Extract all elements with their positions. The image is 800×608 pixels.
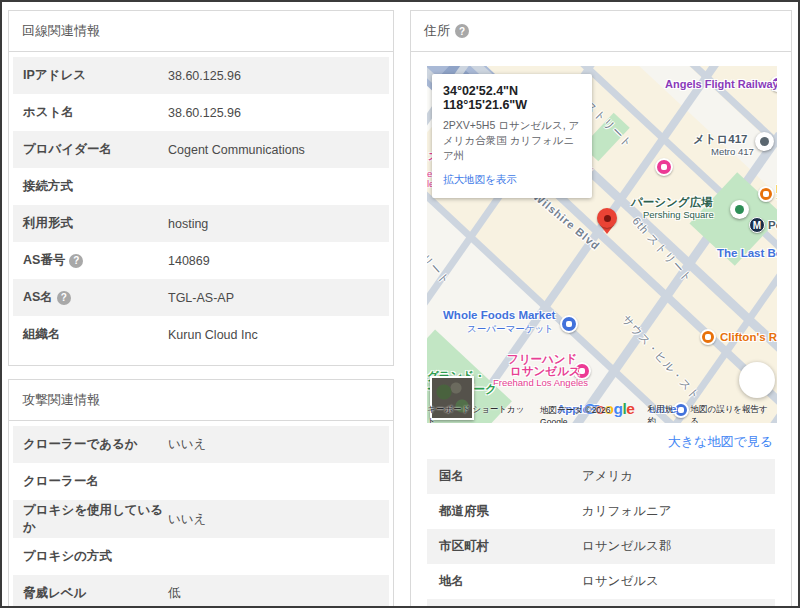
panel-line-info-body: IPアドレス 38.60.125.96 ホスト名 38.60.125.96 プロ… bbox=[9, 52, 393, 365]
row-label: AS名? bbox=[23, 289, 168, 306]
restaurant-icon[interactable] bbox=[758, 186, 774, 202]
address-table: 国名 アメリカ 都道府県 カリフォルニア 市区町村 ロサンゼルス郡 地名 ロサン… bbox=[427, 459, 775, 608]
table-row-extra bbox=[427, 599, 775, 608]
right-column: 住所 ? bbox=[410, 10, 792, 608]
grocery-icon[interactable] bbox=[560, 315, 578, 333]
table-row-uses-proxy: プロキシを使用しているか いいえ bbox=[13, 500, 389, 538]
google-map-embed[interactable]: 5th ストリート トリート Wilshire Blvd 6th ストリート サ… bbox=[427, 66, 777, 423]
row-label: 地名 bbox=[437, 573, 582, 590]
panel-address-body: 5th ストリート トリート Wilshire Blvd 6th ストリート サ… bbox=[411, 52, 791, 608]
map-poi-metro417-en: Metro 417 bbox=[711, 146, 754, 157]
park-icon[interactable] bbox=[730, 200, 749, 219]
view-larger-map-link[interactable]: 拡大地図を表示 bbox=[443, 173, 517, 187]
table-row-place: 地名 ロサンゼルス bbox=[427, 564, 775, 599]
map-poi-pershing-station: Persh bbox=[768, 219, 777, 231]
map-poi-whole-foods: Whole Foods Market bbox=[443, 309, 555, 321]
panel-title: 攻撃関連情報 bbox=[22, 391, 100, 409]
help-icon[interactable]: ? bbox=[69, 254, 83, 268]
panel-address-header: 住所 ? bbox=[411, 11, 791, 52]
map-poi-freehand-en: Freehand Los Angeles bbox=[493, 377, 588, 388]
panel-attack-info: 攻撃関連情報 クローラーであるか いいえ クローラー名 プロキシを使用しているか… bbox=[8, 379, 394, 608]
table-row-organization: 組織名 Kurun Cloud Inc bbox=[13, 316, 389, 353]
bar-icon[interactable] bbox=[700, 329, 716, 345]
map-poi-perch-sub: フラ bbox=[776, 195, 777, 210]
table-row-crawler-name: クローラー名 bbox=[13, 463, 389, 500]
hotel-icon[interactable] bbox=[655, 158, 673, 176]
row-value: TGL-AS-AP bbox=[168, 291, 234, 305]
table-row-city: 市区町村 ロサンゼルス郡 bbox=[427, 529, 775, 564]
row-value: Cogent Communications bbox=[168, 143, 305, 157]
table-row-provider: プロバイダー名 Cogent Communications bbox=[13, 131, 389, 168]
row-label: 都道府県 bbox=[437, 503, 582, 520]
map-attribution-bar: キーボード ショートカット 地図データ ©2026 Google 利用規約 地図… bbox=[427, 408, 777, 423]
metro-station-icon[interactable]: M bbox=[749, 217, 765, 233]
map-data-copyright: 地図データ ©2026 Google bbox=[540, 405, 637, 424]
keyboard-shortcuts-link[interactable]: キーボード ショートカット bbox=[427, 404, 530, 424]
map-poi-metro417-jp: メトロ417 bbox=[693, 132, 748, 147]
panel-line-info: 回線関連情報 IPアドレス 38.60.125.96 ホスト名 38.60.12… bbox=[8, 10, 394, 366]
row-value: カリフォルニア bbox=[582, 503, 672, 520]
panel-address: 住所 ? bbox=[410, 10, 792, 608]
table-row-usage-type: 利用形式 hosting bbox=[13, 205, 389, 242]
row-value: 140869 bbox=[168, 254, 210, 268]
table-row-country: 国名 アメリカ bbox=[427, 459, 775, 494]
panel-attack-info-body: クローラーであるか いいえ クローラー名 プロキシを使用しているか いいえ プロ… bbox=[9, 421, 393, 608]
map-poi-perch: Per bbox=[776, 183, 777, 195]
map-poi-angels-flight: Angels Flight Railway bbox=[665, 78, 777, 90]
row-label: AS番号? bbox=[23, 252, 168, 269]
row-label: クローラー名 bbox=[23, 473, 168, 490]
terms-link[interactable]: 利用規約 bbox=[647, 404, 680, 424]
row-label: プロキシの方式 bbox=[23, 548, 168, 565]
row-label: プロキシを使用しているか bbox=[23, 502, 168, 536]
row-value: ロサンゼルス bbox=[582, 573, 659, 590]
row-value: Kurun Cloud Inc bbox=[168, 328, 258, 342]
table-row-state: 都道府県 カリフォルニア bbox=[427, 494, 775, 529]
map-poi-cliftons: Clifton's Repub bbox=[720, 331, 777, 343]
row-label: 組織名 bbox=[23, 326, 168, 343]
map-poi-whole-foods-sub: スーパーマーケット bbox=[467, 323, 554, 336]
map-link-row: 大きな地図で見る bbox=[427, 423, 775, 459]
panel-line-info-header: 回線関連情報 bbox=[9, 11, 393, 52]
row-label: ホスト名 bbox=[23, 104, 168, 121]
map-poi-last-bookstore: The Last Bookst bbox=[717, 247, 777, 259]
row-label: 接続方式 bbox=[23, 178, 168, 195]
table-row-connection-type: 接続方式 bbox=[13, 168, 389, 205]
table-row-hostname: ホスト名 38.60.125.96 bbox=[13, 94, 389, 131]
row-label: クローラーであるか bbox=[23, 436, 168, 453]
table-row-is-crawler: クローラーであるか いいえ bbox=[13, 426, 389, 463]
row-label: 市区町村 bbox=[437, 538, 582, 555]
table-row-threat-level: 脅威レベル 低 bbox=[13, 575, 389, 608]
table-row-as-name: AS名? TGL-AS-AP bbox=[13, 279, 389, 316]
row-value: hosting bbox=[168, 217, 208, 231]
panel-title: 回線関連情報 bbox=[22, 22, 100, 40]
map-poi-pershing-en: Pershing Square bbox=[643, 209, 714, 220]
row-value: ロサンゼルス郡 bbox=[582, 538, 671, 555]
view-bigger-map-link[interactable]: 大きな地図で見る bbox=[668, 434, 773, 449]
row-label: 脅威レベル bbox=[23, 585, 168, 602]
report-map-error-link[interactable]: 地図の誤りを報告する bbox=[690, 404, 774, 424]
plus-code-address: 2PXV+5H5 ロサンゼルス, アメリカ合衆国 カリフォルニア州 bbox=[443, 118, 581, 164]
map-pin-icon[interactable] bbox=[596, 208, 618, 241]
row-value: 低 bbox=[168, 585, 181, 602]
row-label: 国名 bbox=[437, 468, 582, 485]
map-poi-pershing-jp: パーシング広場 bbox=[631, 195, 713, 210]
pan-control[interactable] bbox=[739, 362, 775, 398]
row-value: 38.60.125.96 bbox=[168, 106, 241, 120]
coordinates-title: 34°02'52.4"N 118°15'21.6"W bbox=[443, 84, 581, 112]
help-icon[interactable]: ? bbox=[57, 291, 71, 305]
table-row-ip-address: IPアドレス 38.60.125.96 bbox=[13, 57, 389, 94]
map-info-window: 34°02'52.4"N 118°15'21.6"W 2PXV+5H5 ロサンゼ… bbox=[432, 74, 592, 198]
row-label: IPアドレス bbox=[23, 67, 168, 84]
row-label: プロバイダー名 bbox=[23, 141, 168, 158]
row-value: いいえ bbox=[168, 511, 206, 528]
row-value: いいえ bbox=[168, 436, 206, 453]
table-row-proxy-type: プロキシの方式 bbox=[13, 538, 389, 575]
row-value: 38.60.125.96 bbox=[168, 69, 241, 83]
panel-title: 住所 bbox=[424, 22, 450, 40]
help-icon[interactable]: ? bbox=[455, 24, 469, 38]
page: 回線関連情報 IPアドレス 38.60.125.96 ホスト名 38.60.12… bbox=[2, 2, 798, 608]
row-label: 利用形式 bbox=[23, 215, 168, 232]
metro-417-icon[interactable] bbox=[755, 132, 774, 151]
panel-attack-info-header: 攻撃関連情報 bbox=[9, 380, 393, 421]
row-value: アメリカ bbox=[582, 468, 633, 485]
